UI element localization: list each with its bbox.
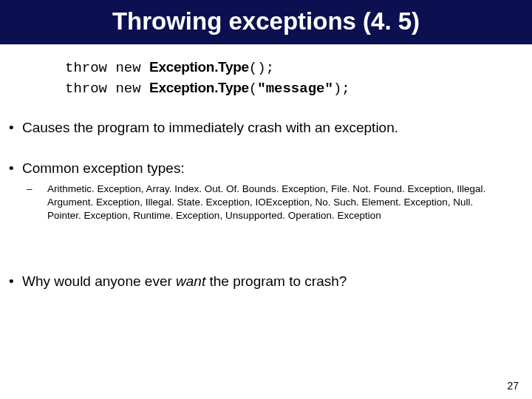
sub-bullet-marker: – bbox=[37, 183, 47, 196]
bullet-item-2: •Common exception types: bbox=[9, 160, 532, 178]
bullet-text-em: want bbox=[176, 273, 205, 289]
code-block: throw new Exception.Type(); throw new Ex… bbox=[65, 58, 532, 98]
bullet-marker: • bbox=[9, 119, 22, 137]
bullet-marker: • bbox=[9, 273, 22, 291]
code-exception-type: Exception.Type bbox=[149, 80, 249, 95]
bullet-item-1: •Causes the program to immediately crash… bbox=[9, 119, 532, 137]
slide-title: Throwing exceptions (4. 5) bbox=[0, 7, 532, 35]
code-line-2: throw new Exception.Type("message"); bbox=[65, 78, 532, 99]
code-keyword: throw new bbox=[65, 60, 149, 76]
bullet-text: Causes the program to immediately crash … bbox=[22, 120, 398, 135]
code-exception-type: Exception.Type bbox=[149, 59, 249, 75]
code-paren: ( bbox=[249, 81, 257, 97]
bullet-list: •Causes the program to immediately crash… bbox=[9, 119, 532, 291]
sub-bullet: –Arithmetic. Exception, Array. Index. Ou… bbox=[37, 183, 532, 223]
code-tail: (); bbox=[249, 60, 274, 76]
code-keyword: throw new bbox=[65, 81, 149, 97]
page-number: 27 bbox=[507, 380, 519, 392]
bullet-text-post: the program to crash? bbox=[205, 273, 347, 289]
title-band: Throwing exceptions (4. 5) bbox=[0, 0, 532, 44]
bullet-text-pre: Why would anyone ever bbox=[22, 273, 176, 289]
code-line-1: throw new Exception.Type(); bbox=[65, 58, 532, 78]
bullet-text: Common exception types: bbox=[22, 160, 185, 176]
code-tail: ); bbox=[333, 81, 350, 97]
bullet-item-3: •Why would anyone ever want the program … bbox=[9, 273, 532, 291]
bullet-marker: • bbox=[9, 160, 22, 178]
sub-bullet-text: Arithmetic. Exception, Array. Index. Out… bbox=[47, 183, 485, 221]
code-string: "message" bbox=[257, 81, 333, 97]
